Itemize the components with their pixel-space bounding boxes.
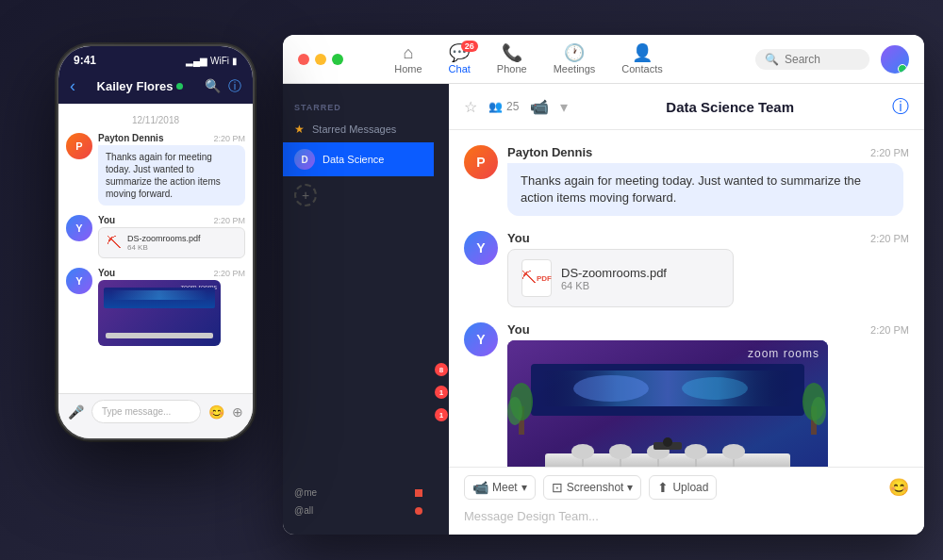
nav-meetings-label: Meetings: [554, 63, 596, 74]
phone-emoji-icon[interactable]: 😊: [208, 404, 224, 420]
phone-file-size: 64 KB: [127, 243, 201, 252]
phone-pdf-icon: ⛏: [107, 235, 122, 252]
desktop-window: ⌂ Home 💬 Chat 26 📞 Phone 🕐 Meetings: [283, 35, 924, 535]
svg-point-29: [663, 437, 672, 447]
nav-home[interactable]: ⌂ Home: [383, 41, 433, 78]
meet-label: Meet: [492, 481, 518, 494]
phone-add-icon[interactable]: ⊕: [232, 404, 243, 420]
chat-badge: 26: [461, 41, 478, 52]
phone-info-icon[interactable]: ⓘ: [228, 78, 241, 95]
upload-label: Upload: [672, 481, 708, 494]
phone-search-icon[interactable]: 🔍: [205, 78, 221, 95]
you-avatar-2: Y: [464, 322, 498, 356]
video-icon[interactable]: 📹: [530, 98, 549, 116]
phone-file-details: DS-zoomrooms.pdf 64 KB: [127, 234, 201, 252]
input-area: 📹 Meet ▾ ⊡ Screenshot ▾ ⬆ Upload: [449, 467, 924, 535]
phone-back-button[interactable]: ‹: [70, 76, 75, 96]
zoomrooms-image: zoom rooms: [507, 340, 828, 467]
you-avatar-initial: Y: [464, 231, 498, 265]
screenshot-icon: ⊡: [552, 480, 563, 495]
phone-status-icons: ▂▄▆ WiFi ▮: [186, 56, 238, 66]
svg-point-9: [685, 444, 707, 459]
phone-sender-name-2: You: [98, 268, 115, 278]
upload-button[interactable]: ⬆ Upload: [649, 475, 717, 500]
phone-messages-area: 12/11/2018 P Payton Dennis 2:20 PM Thank…: [58, 104, 253, 360]
search-input[interactable]: [785, 53, 860, 66]
nav-phone[interactable]: 📞 Phone: [486, 41, 538, 78]
message-row-image: Y You 2:20 PM: [464, 322, 909, 467]
phone-message-meta-2: You 2:20 PM: [98, 268, 245, 278]
screenshot-label: Screenshot: [567, 481, 624, 494]
phone-contact-name: Kailey Flores: [97, 79, 184, 93]
add-channel-button[interactable]: +: [294, 184, 317, 206]
meetings-icon: 🕐: [564, 44, 585, 61]
contacts-icon: 👤: [632, 44, 653, 61]
file-message-time: 2:20 PM: [870, 233, 909, 244]
member-icon: 👥: [488, 100, 503, 113]
screenshot-button[interactable]: ⊡ Screenshot ▾: [543, 475, 642, 500]
chat-info-button[interactable]: ⓘ: [892, 95, 909, 118]
phone-time: 9:41: [74, 54, 96, 67]
file-message-content: You 2:20 PM ⛏ DS-zoomrooms.pdf 64 KB: [507, 231, 909, 307]
nav-chat[interactable]: 💬 Chat 26: [438, 41, 482, 78]
message-meta: Payton Dennis 2:20 PM: [507, 145, 909, 159]
phone-mic-icon[interactable]: 🎤: [68, 404, 84, 420]
phone-file-attachment: ⛏ DS-zoomrooms.pdf 64 KB: [98, 227, 245, 258]
meet-button[interactable]: 📹 Meet ▾: [464, 475, 536, 500]
right-badge-strip: 8 1 1: [434, 84, 449, 535]
meet-icon: 📹: [472, 480, 488, 495]
me-notification: @me: [294, 487, 422, 498]
all-dot: [415, 507, 422, 515]
online-indicator: [176, 83, 183, 90]
star-icon: ★: [294, 123, 305, 136]
battery-icon: ▮: [232, 56, 238, 66]
phone-date: 12/11/2018: [66, 115, 245, 125]
phone-status-bar: 9:41 ▂▄▆ WiFi ▮: [58, 46, 253, 71]
phone-file-name: DS-zoomrooms.pdf: [127, 234, 201, 243]
nav-contacts[interactable]: 👤 Contacts: [610, 41, 673, 78]
sidebar-section-label: STARRED: [283, 103, 434, 112]
phone-message-content-2: You 2:20 PM zoom rooms: [98, 268, 245, 346]
file-size: 64 KB: [561, 280, 667, 291]
nav-chat-label: Chat: [449, 63, 471, 74]
star-channel-button[interactable]: ☆: [464, 98, 477, 116]
payton-avatar-initial: P: [464, 145, 498, 179]
messages-container: P Payton Dennis 2:20 PM Thanks again for…: [449, 130, 924, 467]
user-avatar[interactable]: [881, 45, 909, 74]
file-attachment[interactable]: ⛏ DS-zoomrooms.pdf 64 KB: [507, 249, 734, 307]
nav-meetings[interactable]: 🕐 Meetings: [542, 41, 607, 78]
you-avatar-initial-2: Y: [464, 322, 498, 356]
phone-message-row: P Payton Dennis 2:20 PM Thanks again for…: [66, 133, 245, 206]
image-message-meta: You 2:20 PM: [507, 322, 909, 337]
meet-dropdown-icon: ▾: [521, 481, 527, 494]
image-attachment: zoom rooms: [507, 340, 828, 467]
starred-messages-item[interactable]: ★ Starred Messages: [283, 116, 434, 142]
badge-2: 1: [435, 386, 448, 399]
member-number: 25: [506, 100, 519, 113]
you-avatar: Y: [464, 231, 498, 265]
all-notification: @all: [294, 505, 422, 516]
message-sender: Payton Dennis: [507, 145, 592, 159]
payton-avatar: P: [464, 145, 498, 179]
emoji-button[interactable]: 😊: [888, 475, 909, 500]
phone-message-row: Y You 2:20 PM ⛏ DS-zoomrooms.pdf 64 KB: [66, 215, 245, 258]
team-chat-item[interactable]: D Data Science: [283, 142, 434, 176]
image-message-sender: You: [507, 322, 530, 337]
phone-message-time-2: 2:20 PM: [213, 269, 245, 278]
file-name: DS-zoomrooms.pdf: [561, 266, 667, 280]
phone-message-input[interactable]: Type message...: [91, 400, 201, 423]
phone-message-time: 2:20 PM: [213, 216, 245, 225]
phone-you-avatar: Y: [66, 215, 92, 241]
dropdown-icon[interactable]: ▾: [560, 98, 568, 116]
main-nav: ⌂ Home 💬 Chat 26 📞 Phone 🕐 Meetings: [302, 41, 755, 78]
phone-message-meta: Payton Dennis 2:20 PM: [98, 133, 245, 143]
me-label: @me: [294, 487, 317, 498]
svg-point-3: [573, 375, 649, 402]
message-input-placeholder[interactable]: Message Design Team...: [464, 505, 909, 527]
scene: 9:41 ▂▄▆ WiFi ▮ ‹ Kailey Flores 🔍 ⓘ: [19, 16, 924, 544]
message-row-file: Y You 2:20 PM ⛏: [464, 231, 909, 307]
signal-icon: ▂▄▆: [186, 56, 207, 66]
pdf-file-icon: ⛏: [521, 259, 552, 297]
nav-phone-label: Phone: [497, 63, 527, 74]
mobile-phone: 9:41 ▂▄▆ WiFi ▮ ‹ Kailey Flores 🔍 ⓘ: [57, 44, 255, 440]
